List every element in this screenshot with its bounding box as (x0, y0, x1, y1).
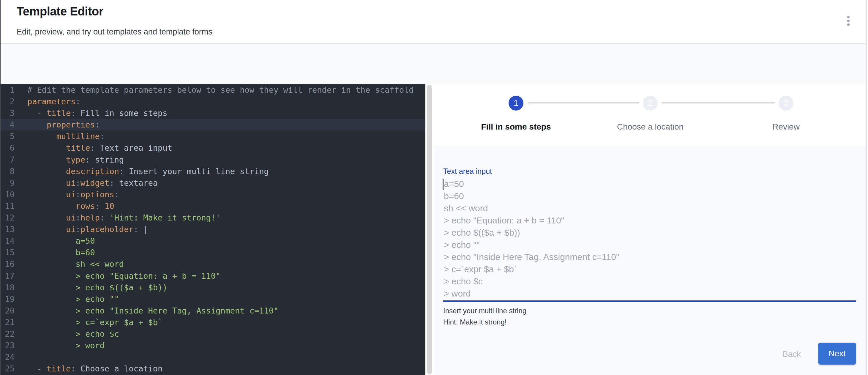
line-number: 16 (1, 258, 14, 270)
step-number: 3 (784, 99, 788, 108)
line-number: 22 (1, 328, 14, 340)
line-number: 4 (1, 119, 14, 130)
line-number: 21 (1, 316, 14, 328)
code-line: 25 - title: Choose a location (1, 363, 425, 374)
code-line: 14 a=50 (1, 235, 425, 247)
code-line: 10 ui:options: (1, 189, 425, 200)
code-line: 19 > echo "" (1, 293, 425, 305)
next-button[interactable]: Next (818, 343, 856, 365)
code-line: 21 > c=`expr $a + $b` (1, 316, 425, 328)
field-description: Insert your multi line string (443, 307, 526, 315)
stepper-step-2-icon: 2 (643, 96, 658, 111)
load-template-row: Load Existing Template (1, 44, 866, 84)
code-line: 11 rows: 10 (1, 200, 425, 212)
stepper-step-1-icon: 1 (508, 96, 523, 111)
editor-scrollbar[interactable] (427, 85, 432, 374)
line-number: 10 (1, 189, 14, 200)
step-number: 1 (514, 99, 518, 108)
line-number: 17 (1, 270, 14, 282)
code-line: 8 description: Insert your multi line st… (1, 165, 425, 177)
form-panel: Text area input a=50 b=60 sh << word > e… (434, 146, 866, 375)
code-line: 23 > word (1, 340, 425, 351)
editor-scrollbar-track (425, 84, 434, 375)
code-line: 12 ui:help: 'Hint: Make it strong!' (1, 212, 425, 223)
line-number: 20 (1, 305, 14, 316)
kebab-menu-icon (847, 16, 849, 18)
stepper-label-fill-in-some-steps: Fill in some steps (442, 122, 590, 132)
code-line: 13 ui:placeholder: | (1, 223, 425, 235)
page-subtitle: Edit, preview, and try out templates and… (17, 27, 212, 36)
line-number: 14 (1, 235, 14, 247)
step-number: 2 (648, 99, 652, 108)
stepper-step-3-icon: 3 (779, 96, 794, 111)
textarea-input[interactable]: a=50 b=60 sh << word > echo "Equation: a… (444, 178, 619, 300)
code-line: 22 > echo $c (1, 328, 425, 340)
line-number: 19 (1, 293, 14, 305)
line-number: 12 (1, 212, 14, 223)
line-number: 25 (1, 363, 14, 374)
textarea-field-label: Text area input (443, 167, 492, 176)
code-line: 24 (1, 351, 425, 363)
code-line: 7 type: string (1, 154, 425, 165)
more-options-button[interactable] (842, 13, 854, 29)
line-number: 1 (1, 84, 14, 96)
code-line: 15 b=60 (1, 247, 425, 258)
code-line: 17 > echo "Equation: a + b = 110" (1, 270, 425, 282)
line-number: 15 (1, 247, 14, 258)
line-number: 13 (1, 223, 14, 235)
code-line: 18 > echo $(($a + $b)) (1, 282, 425, 293)
line-number: 24 (1, 351, 14, 363)
code-line: 3 - title: Fill in some steps (1, 107, 425, 119)
line-number: 23 (1, 340, 14, 351)
line-number: 18 (1, 282, 14, 293)
code-line: 2parameters: (1, 96, 425, 107)
code-editor[interactable]: 1# Edit the template parameters below to… (1, 84, 425, 375)
text-cursor (443, 179, 443, 190)
line-number: 2 (1, 96, 14, 107)
code-line: 4 properties: (1, 119, 425, 130)
stepper-connector (528, 102, 639, 103)
line-number: 5 (1, 130, 14, 142)
line-number: 6 (1, 142, 14, 154)
template-editor-page: Template Editor Edit, preview, and try o… (0, 0, 868, 375)
stepper-label-choose-a-location: Choose a location (576, 122, 724, 132)
line-number: 11 (1, 200, 14, 212)
page-right-border (866, 0, 867, 375)
code-lines: 1# Edit the template parameters below to… (1, 84, 425, 374)
code-line: 1# Edit the template parameters below to… (1, 84, 425, 96)
line-number: 3 (1, 107, 14, 119)
code-line: 6 title: Text area input (1, 142, 425, 154)
field-hint: Hint: Make it strong! (443, 318, 506, 326)
code-line: 9 ui:widget: textarea (1, 177, 425, 189)
line-number: 9 (1, 177, 14, 189)
code-line: 16 sh << word (1, 258, 425, 270)
kebab-menu-icon (847, 20, 849, 22)
line-number: 7 (1, 154, 14, 165)
textarea-focus-underline (443, 301, 856, 302)
kebab-menu-icon (847, 24, 849, 26)
page-title: Template Editor (17, 5, 103, 18)
stepper-label-review: Review (712, 122, 860, 132)
template-form-preview: 1 2 3 Fill in some steps Choose a locati… (434, 84, 866, 375)
code-line: 5 multiline: (1, 130, 425, 142)
back-button[interactable]: Back (772, 345, 811, 363)
code-line: 20 > echo "Inside Here Tag, Assignment c… (1, 305, 425, 316)
stepper-connector (662, 102, 774, 103)
line-number: 8 (1, 165, 14, 177)
